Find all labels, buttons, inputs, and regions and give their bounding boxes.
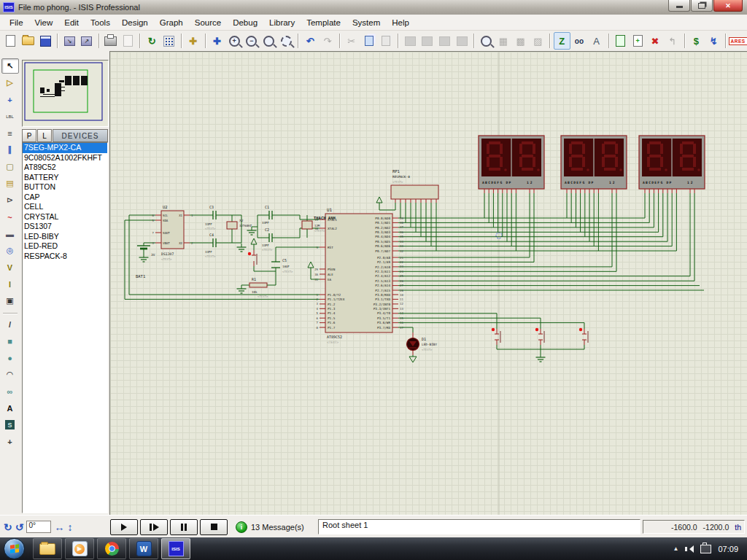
device-item-LED-RED[interactable]: LED-RED: [23, 241, 107, 252]
block-rotate[interactable]: [436, 32, 453, 50]
mark-output-area[interactable]: [120, 32, 136, 50]
zoom-all[interactable]: [260, 32, 277, 50]
copy[interactable]: [360, 32, 377, 50]
menu-system[interactable]: System: [347, 17, 386, 28]
taskbar-clock[interactable]: 07:09: [718, 545, 738, 553]
message-area[interactable]: i 13 Message(s): [236, 521, 316, 533]
menu-view[interactable]: View: [29, 17, 59, 28]
device-item-9C08052A1002FKHFT[interactable]: 9C08052A1002FKHFT: [23, 153, 107, 163]
wire-autorouter[interactable]: Z: [554, 32, 570, 50]
device-item-CRYSTAL[interactable]: CRYSTAL: [23, 212, 107, 222]
paste[interactable]: [378, 32, 395, 50]
menu-debug[interactable]: Debug: [227, 17, 263, 28]
stop-button[interactable]: [200, 519, 228, 535]
open-design[interactable]: [20, 32, 36, 50]
text-script-mode[interactable]: ≡: [1, 125, 19, 141]
selection-mode[interactable]: ↖: [1, 58, 19, 74]
zoom-out[interactable]: −: [244, 32, 260, 50]
2d-box-tool[interactable]: ■: [1, 333, 19, 349]
rotation-angle-field[interactable]: 0°: [26, 521, 51, 533]
start-button[interactable]: [4, 538, 25, 559]
save-design[interactable]: [37, 32, 54, 50]
property-assignment-tool[interactable]: A: [588, 32, 605, 50]
block-delete[interactable]: [454, 32, 471, 50]
block-move[interactable]: [419, 32, 436, 50]
menu-design[interactable]: Design: [116, 17, 154, 28]
voltage-probe-mode[interactable]: V: [1, 260, 19, 275]
network-icon[interactable]: [700, 545, 711, 553]
new-root-sheet[interactable]: +: [630, 32, 646, 50]
bill-of-materials[interactable]: $: [688, 32, 705, 50]
device-item-7SEG-MPX2-CA[interactable]: 7SEG-MPX2-CA: [23, 143, 107, 153]
zoom-in[interactable]: +: [226, 32, 243, 50]
graph-mode[interactable]: ~: [1, 209, 19, 225]
menu-help[interactable]: Help: [386, 17, 415, 28]
current-probe-mode[interactable]: I: [1, 276, 19, 292]
subcircuit-mode[interactable]: ▢: [1, 159, 19, 174]
zoom-area[interactable]: [278, 32, 295, 50]
device-item-DS1307[interactable]: DS1307: [23, 222, 107, 232]
2d-arc-tool[interactable]: ◠: [1, 367, 19, 382]
export-section[interactable]: ↗: [79, 32, 96, 50]
2d-symbol-tool[interactable]: S: [1, 417, 19, 432]
2d-text-tool[interactable]: A: [1, 400, 19, 416]
menu-template[interactable]: Template: [301, 17, 347, 28]
import-section[interactable]: ↘: [61, 32, 78, 50]
device-item-AT89C52[interactable]: AT89C52: [23, 163, 107, 173]
menu-file[interactable]: File: [4, 17, 29, 28]
menu-edit[interactable]: Edit: [58, 17, 85, 28]
packaging-tool[interactable]: ▩: [512, 32, 529, 50]
pick-devices-button[interactable]: P: [22, 129, 36, 142]
device-item-LED-BIBY[interactable]: LED-BIBY: [23, 232, 107, 242]
taskbar-chrome-button[interactable]: [97, 538, 126, 559]
goto-sheet[interactable]: ↰: [664, 32, 681, 50]
taskbar-media-player-button[interactable]: ▶: [65, 538, 94, 559]
2d-path-tool[interactable]: ∞: [1, 384, 19, 399]
cut[interactable]: ✂: [343, 32, 360, 50]
close-button[interactable]: ✕: [713, 0, 743, 12]
toggle-grid[interactable]: [161, 32, 178, 50]
taskbar-word-button[interactable]: W: [129, 538, 158, 559]
device-pin-mode[interactable]: ⊳: [1, 192, 19, 208]
block-copy[interactable]: [402, 32, 419, 50]
new-design[interactable]: [3, 32, 20, 50]
minimize-button[interactable]: [668, 0, 690, 12]
electrical-rule-check[interactable]: ↯: [705, 32, 722, 50]
volume-icon[interactable]: [685, 545, 694, 553]
device-item-CELL[interactable]: CELL: [23, 202, 107, 212]
generator-mode[interactable]: ◎: [1, 243, 19, 258]
netlist-to-ares[interactable]: ARES: [729, 32, 747, 50]
menu-source[interactable]: Source: [189, 17, 227, 28]
device-item-RESPACK-8[interactable]: RESPACK-8: [23, 252, 107, 262]
restore-button[interactable]: [691, 0, 713, 12]
redraw[interactable]: ↻: [144, 32, 160, 50]
device-item-BATTERY[interactable]: BATTERY: [23, 173, 107, 183]
toggle-false-origin[interactable]: ✚: [185, 32, 201, 50]
mirror-vertical-button[interactable]: ↕: [67, 522, 72, 532]
taskbar-isis-button[interactable]: ISIS: [161, 538, 190, 559]
wire-label-mode[interactable]: LBL: [1, 109, 19, 124]
overview-window[interactable]: [22, 60, 109, 127]
junction-dot-mode[interactable]: +: [1, 92, 19, 107]
pause-button[interactable]: [170, 519, 198, 535]
2d-circle-tool[interactable]: ●: [1, 350, 19, 365]
device-item-CAP[interactable]: CAP: [23, 192, 107, 203]
pick-parts[interactable]: [478, 32, 495, 50]
make-device[interactable]: ▦: [495, 32, 511, 50]
mirror-horizontal-button[interactable]: ↔: [54, 522, 64, 532]
rotate-anticlockwise-button[interactable]: ↺: [15, 522, 24, 532]
terminal-mode[interactable]: ▤: [1, 176, 19, 191]
component-mode[interactable]: ▷: [1, 75, 19, 90]
hidden-icons-button[interactable]: ▲: [673, 545, 679, 552]
2d-line-tool[interactable]: /: [1, 316, 19, 332]
bus-mode[interactable]: ∥: [1, 142, 19, 158]
virtual-instruments-mode[interactable]: ▣: [1, 293, 19, 308]
design-explorer[interactable]: [612, 32, 629, 50]
tape-recorder-mode[interactable]: ▬: [1, 226, 19, 241]
pan[interactable]: ✚: [209, 32, 225, 50]
menu-tools[interactable]: Tools: [85, 17, 116, 28]
redo[interactable]: ↷: [320, 32, 336, 50]
taskbar-explorer-button[interactable]: [33, 538, 62, 559]
menu-graph[interactable]: Graph: [154, 17, 189, 28]
remove-sheet[interactable]: ✖: [647, 32, 664, 50]
